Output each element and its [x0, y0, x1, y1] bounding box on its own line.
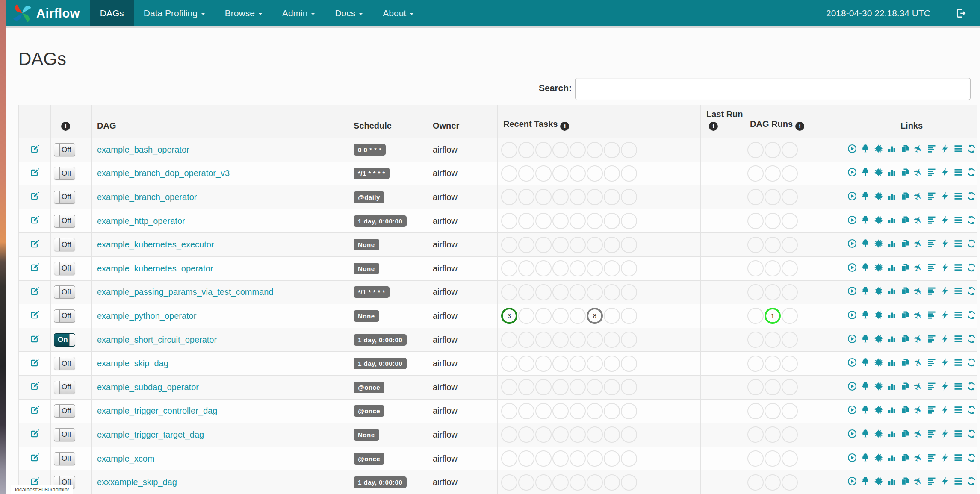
refresh-icon[interactable]: [967, 191, 976, 201]
tree-view-icon[interactable]: [861, 191, 870, 201]
task-state-circle[interactable]: [501, 403, 517, 419]
task-duration-icon[interactable]: [887, 453, 897, 462]
tree-view-icon[interactable]: [861, 382, 870, 391]
dag-run-circle[interactable]: [747, 189, 764, 205]
refresh-icon[interactable]: [967, 286, 976, 296]
landing-times-icon[interactable]: ✈: [914, 168, 923, 177]
trigger-dag-icon[interactable]: [847, 263, 857, 272]
landing-times-icon[interactable]: ✈: [914, 310, 923, 320]
tree-view-icon[interactable]: [861, 286, 870, 296]
logs-icon[interactable]: [953, 453, 963, 462]
code-view-icon[interactable]: [940, 215, 950, 225]
landing-times-icon[interactable]: ✈: [914, 144, 923, 153]
task-state-circle[interactable]: [535, 403, 552, 419]
dag-run-circle[interactable]: [765, 356, 781, 372]
task-duration-icon[interactable]: [887, 476, 897, 486]
tree-view-icon[interactable]: [861, 476, 870, 486]
dag-run-circle[interactable]: [782, 450, 798, 467]
task-state-circle[interactable]: [621, 426, 637, 443]
graph-view-icon[interactable]: [874, 476, 883, 486]
logs-icon[interactable]: [953, 215, 963, 225]
task-state-circle[interactable]: [604, 450, 620, 467]
dag-run-circle[interactable]: [747, 379, 764, 395]
trigger-dag-icon[interactable]: [847, 334, 857, 344]
refresh-icon[interactable]: [967, 215, 976, 225]
edit-dag-icon[interactable]: [30, 358, 40, 368]
dag-run-circle[interactable]: [765, 189, 781, 205]
task-state-circle[interactable]: [535, 237, 552, 253]
task-state-circle[interactable]: [501, 426, 517, 443]
task-tries-icon[interactable]: [900, 453, 910, 462]
task-state-circle[interactable]: [621, 332, 637, 348]
graph-view-icon[interactable]: [874, 334, 883, 344]
landing-times-icon[interactable]: ✈: [914, 215, 923, 225]
task-state-circle[interactable]: [535, 189, 552, 205]
task-state-circle[interactable]: [570, 142, 586, 158]
landing-times-icon[interactable]: ✈: [914, 405, 923, 415]
gantt-icon[interactable]: [927, 310, 936, 320]
tree-view-icon[interactable]: [861, 263, 870, 272]
graph-view-icon[interactable]: [874, 144, 883, 153]
task-state-circle[interactable]: [552, 450, 569, 467]
task-tries-icon[interactable]: [900, 168, 910, 177]
nav-item-admin[interactable]: Admin: [272, 0, 325, 26]
logs-icon[interactable]: [953, 144, 963, 153]
code-view-icon[interactable]: [940, 453, 950, 462]
dag-run-circle[interactable]: [765, 332, 781, 348]
task-state-circle[interactable]: [621, 379, 637, 395]
edit-dag-icon[interactable]: [30, 310, 40, 320]
task-state-circle[interactable]: 8: [587, 308, 603, 324]
graph-view-icon[interactable]: [874, 263, 883, 272]
task-state-circle[interactable]: [587, 284, 603, 300]
task-state-circle[interactable]: [552, 189, 569, 205]
dag-run-circle[interactable]: [747, 332, 764, 348]
task-state-circle[interactable]: [604, 356, 620, 372]
dag-run-circle[interactable]: [765, 403, 781, 419]
refresh-icon[interactable]: [967, 429, 976, 438]
task-state-circle[interactable]: [552, 403, 569, 419]
task-state-circle[interactable]: [535, 308, 552, 324]
task-tries-icon[interactable]: [900, 476, 910, 486]
task-state-circle[interactable]: [570, 332, 586, 348]
task-state-circle[interactable]: [587, 237, 603, 253]
task-state-circle[interactable]: [501, 356, 517, 372]
graph-view-icon[interactable]: [874, 191, 883, 201]
dag-run-circle[interactable]: [765, 284, 781, 300]
dag-pause-toggle[interactable]: Off: [54, 357, 75, 370]
code-view-icon[interactable]: [940, 405, 950, 415]
task-state-circle[interactable]: [518, 474, 534, 491]
task-duration-icon[interactable]: [887, 358, 897, 367]
edit-dag-icon[interactable]: [30, 262, 40, 272]
landing-times-icon[interactable]: ✈: [914, 476, 923, 486]
task-duration-icon[interactable]: [887, 382, 897, 391]
task-state-circle[interactable]: [621, 189, 637, 205]
task-duration-icon[interactable]: [887, 191, 897, 201]
gantt-icon[interactable]: [927, 239, 936, 248]
dag-run-circle[interactable]: [747, 213, 764, 229]
task-duration-icon[interactable]: [887, 310, 897, 320]
dag-run-circle[interactable]: [765, 142, 781, 158]
logs-icon[interactable]: [953, 358, 963, 367]
gantt-icon[interactable]: [927, 144, 936, 153]
logs-icon[interactable]: [953, 263, 963, 272]
tree-view-icon[interactable]: [861, 429, 870, 438]
dag-run-circle[interactable]: [765, 213, 781, 229]
dag-run-circle[interactable]: [747, 260, 764, 276]
dag-link[interactable]: example_kubernetes_executor: [97, 240, 214, 249]
tree-view-icon[interactable]: [861, 453, 870, 462]
dag-link[interactable]: example_subdag_operator: [97, 382, 199, 392]
task-state-circle[interactable]: [501, 142, 517, 158]
task-tries-icon[interactable]: [900, 382, 910, 391]
task-duration-icon[interactable]: [887, 286, 897, 296]
task-state-circle[interactable]: [535, 474, 552, 491]
dag-run-circle[interactable]: [765, 426, 781, 443]
dag-link[interactable]: example_skip_dag: [97, 359, 168, 368]
task-state-circle[interactable]: [501, 332, 517, 348]
logs-icon[interactable]: [953, 476, 963, 486]
gantt-icon[interactable]: [927, 476, 936, 486]
task-state-circle[interactable]: [621, 450, 637, 467]
task-state-circle[interactable]: [518, 189, 534, 205]
edit-dag-icon[interactable]: [30, 191, 40, 201]
dag-run-circle[interactable]: [782, 165, 798, 182]
nav-item-docs[interactable]: Docs: [325, 0, 373, 26]
